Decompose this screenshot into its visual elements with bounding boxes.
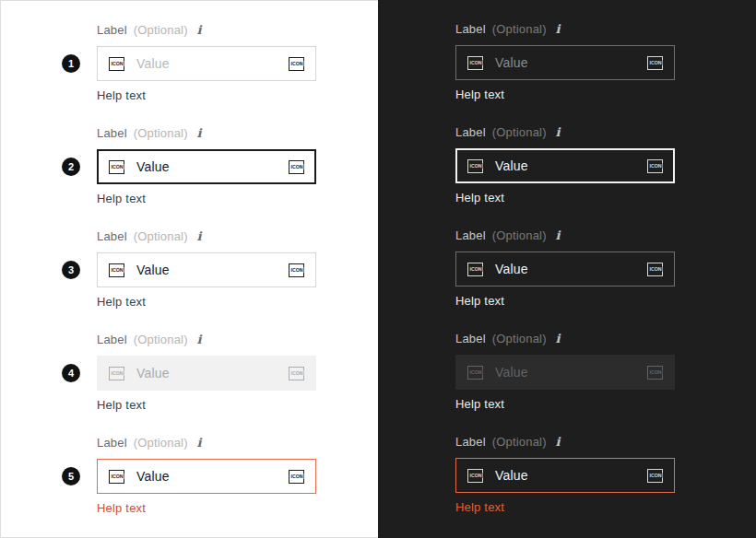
help-text: Help text [97, 501, 316, 516]
field-label: Label [97, 229, 127, 243]
optional-label: (Optional) [492, 22, 547, 36]
text-input[interactable]: ICON Value ICON [97, 459, 316, 494]
field-label: Label [97, 126, 127, 140]
help-text: Help text [97, 398, 316, 413]
icon-placeholder-label: ICON [289, 267, 302, 273]
text-input-group-focus: 2 Label (Optional) i ICON Value ICON Hel… [62, 126, 378, 206]
left-icon-placeholder: ICON [109, 57, 124, 71]
input-value: Value [495, 158, 647, 173]
field-label: Label [455, 125, 486, 139]
icon-placeholder-label: ICON [110, 267, 123, 273]
left-icon-placeholder: ICON [109, 160, 124, 174]
input-value: Value [136, 469, 289, 484]
light-theme-panel: 1 Label (Optional) i ICON Value ICON Hel… [0, 0, 378, 538]
info-icon[interactable]: i [556, 332, 561, 345]
optional-label: (Optional) [134, 229, 188, 243]
text-input[interactable]: ICON Value ICON [455, 355, 675, 390]
input-value: Value [136, 263, 289, 277]
icon-placeholder-label: ICON [110, 61, 123, 66]
text-input-group-disabled: 4 Label (Optional) i ICON Value ICON Hel… [62, 333, 378, 413]
left-icon-placeholder: ICON [467, 263, 483, 276]
field-column: Label (Optional) i ICON Value ICON Help … [455, 125, 675, 205]
step-badge: 2 [62, 158, 80, 176]
field-label-row: Label (Optional) i [455, 332, 675, 346]
text-input[interactable]: ICON Value ICON [97, 252, 316, 287]
icon-placeholder-label: ICON [648, 60, 661, 65]
text-input-group-default: 1 Label (Optional) i ICON Value ICON Hel… [62, 23, 378, 103]
optional-label: (Optional) [492, 435, 547, 449]
right-icon-placeholder: ICON [647, 469, 663, 483]
info-icon[interactable]: i [556, 435, 561, 449]
info-icon[interactable]: i [556, 22, 561, 36]
field-label: Label [97, 333, 127, 346]
text-input[interactable]: ICON Value ICON [97, 356, 316, 391]
input-value: Value [495, 55, 647, 70]
text-input[interactable]: ICON Value ICON [455, 45, 675, 80]
text-input[interactable]: ICON Value ICON [97, 46, 316, 81]
help-text: Help text [455, 294, 675, 309]
info-icon[interactable]: i [197, 23, 202, 37]
field-label: Label [455, 22, 486, 36]
step-badge: 4 [62, 364, 80, 382]
text-input[interactable]: ICON Value ICON [455, 148, 675, 183]
input-value: Value [495, 365, 647, 380]
field-column: Label (Optional) i ICON Value ICON Help … [97, 333, 316, 413]
text-input-group-filled: 3 Label (Optional) i ICON Value ICON Hel… [62, 229, 378, 310]
right-icon-placeholder: ICON [647, 366, 663, 380]
field-column: Label (Optional) i ICON Value ICON Help … [97, 23, 316, 103]
text-input[interactable]: ICON Value ICON [97, 149, 316, 184]
info-icon[interactable]: i [556, 125, 561, 139]
right-icon-placeholder: ICON [289, 160, 304, 174]
icon-placeholder-label: ICON [648, 369, 661, 375]
icon-placeholder-label: ICON [468, 369, 481, 375]
right-icon-placeholder: ICON [289, 367, 304, 380]
field-column: Label (Optional) i ICON Value ICON Help … [97, 126, 316, 206]
text-input[interactable]: ICON Value ICON [455, 251, 675, 287]
info-icon[interactable]: i [197, 333, 202, 346]
text-input-group-error: Label (Optional) i ICON Value ICON Help … [455, 435, 756, 515]
field-label-row: Label (Optional) i [455, 125, 675, 140]
icon-placeholder-label: ICON [289, 474, 302, 479]
left-icon-placeholder: ICON [467, 366, 483, 380]
icon-placeholder-label: ICON [468, 473, 481, 478]
left-icon-placeholder: ICON [109, 367, 124, 380]
right-icon-placeholder: ICON [647, 56, 663, 70]
left-icon-placeholder: ICON [467, 159, 483, 173]
optional-label: (Optional) [134, 126, 188, 140]
icon-placeholder-label: ICON [648, 266, 661, 272]
info-icon[interactable]: i [197, 229, 202, 243]
left-icon-placeholder: ICON [109, 263, 124, 277]
info-icon[interactable]: i [197, 436, 202, 450]
field-label-row: Label (Optional) i [97, 333, 316, 347]
icon-placeholder-label: ICON [110, 474, 123, 479]
field-label-row: Label (Optional) i [97, 229, 316, 244]
icon-placeholder-label: ICON [648, 163, 661, 169]
field-label: Label [97, 23, 127, 37]
input-value: Value [136, 366, 289, 380]
field-label-row: Label (Optional) i [97, 126, 316, 141]
info-icon[interactable]: i [556, 228, 561, 242]
right-icon-placeholder: ICON [289, 470, 304, 484]
field-label: Label [455, 332, 486, 345]
field-label-row: Label (Optional) i [455, 435, 675, 450]
text-input-group-disabled: Label (Optional) i ICON Value ICON Help … [455, 332, 756, 412]
help-text: Help text [455, 88, 675, 102]
icon-placeholder-label: ICON [110, 370, 123, 376]
field-column: Label (Optional) i ICON Value ICON Help … [455, 228, 675, 309]
text-input[interactable]: ICON Value ICON [455, 458, 675, 493]
right-icon-placeholder: ICON [289, 57, 304, 71]
icon-placeholder-label: ICON [289, 164, 302, 170]
info-icon[interactable]: i [197, 126, 202, 140]
text-input-group-error: 5 Label (Optional) i ICON Value ICON Hel… [62, 436, 378, 516]
help-text: Help text [455, 191, 675, 205]
field-column: Label (Optional) i ICON Value ICON Help … [97, 436, 316, 516]
field-column: Label (Optional) i ICON Value ICON Help … [455, 332, 675, 412]
icon-placeholder-label: ICON [468, 163, 481, 169]
optional-label: (Optional) [492, 228, 547, 242]
text-input-group-default: Label (Optional) i ICON Value ICON Help … [455, 22, 756, 102]
field-label-row: Label (Optional) i [97, 436, 316, 450]
help-text: Help text [455, 397, 675, 412]
field-column: Label (Optional) i ICON Value ICON Help … [455, 435, 675, 515]
text-input-group-filled: Label (Optional) i ICON Value ICON Help … [455, 228, 756, 309]
icon-placeholder-label: ICON [468, 60, 481, 65]
